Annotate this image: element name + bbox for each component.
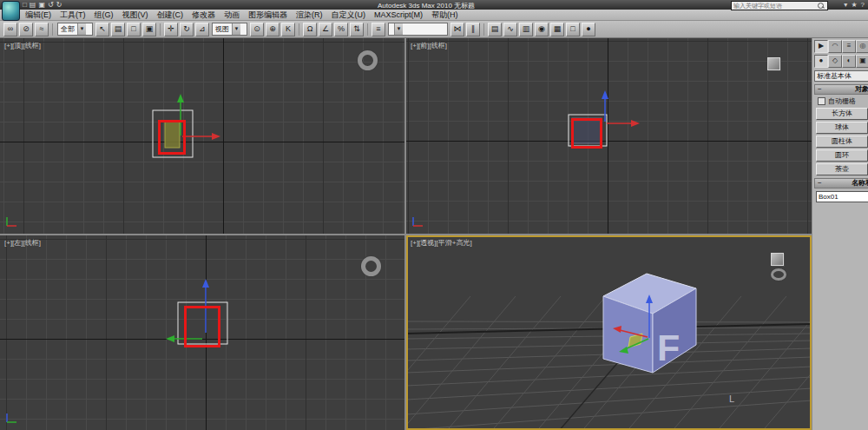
selection-filter-dropdown[interactable]: 全部 ▼ <box>57 23 93 36</box>
align-icon[interactable]: ∥ <box>466 23 480 36</box>
move-gizmo[interactable] <box>602 90 640 127</box>
menu-create[interactable]: 创建(C) <box>153 10 188 21</box>
menu-rendering[interactable]: 渲染(R) <box>292 10 327 21</box>
angle-snap-icon[interactable]: ∠ <box>319 23 332 36</box>
viewport-perspective[interactable]: F L [+][透视][平滑+高光] <box>406 235 812 430</box>
save-file-icon[interactable]: ▣ <box>38 1 45 9</box>
menu-views[interactable]: 视图(V) <box>118 10 153 21</box>
viewport-front[interactable]: [+][前][线框] <box>406 38 812 234</box>
tab-hierarchy[interactable]: ≡ <box>842 40 856 53</box>
menu-group[interactable]: 组(G) <box>90 10 118 21</box>
named-selection-sets-dropdown[interactable]: ▼ <box>388 23 448 36</box>
rollout-title: 名称和颜色 <box>852 179 868 187</box>
object-name-field[interactable] <box>816 191 868 202</box>
collapse-icon[interactable]: − <box>818 179 822 188</box>
dropdown-arrow-icon[interactable]: ▼ <box>77 23 86 35</box>
select-and-move-icon[interactable]: ✛ <box>164 23 178 36</box>
open-file-icon[interactable]: ▤ <box>30 1 36 9</box>
menu-modifiers[interactable]: 修改器 <box>187 10 220 21</box>
select-by-name-icon[interactable]: ▤ <box>111 23 125 36</box>
quick-render-icon[interactable]: ● <box>582 23 595 36</box>
bind-to-space-warp-icon[interactable]: ≈ <box>35 23 49 36</box>
category-geometry-icon[interactable]: ● <box>814 55 828 68</box>
rectangular-selection-region-icon[interactable]: □ <box>127 23 141 36</box>
menu-tools[interactable]: 工具(T) <box>56 10 90 21</box>
menu-customize[interactable]: 自定义(U) <box>327 10 371 21</box>
menu-help[interactable]: 帮助(H) <box>427 10 463 21</box>
viewport-watermark-letter: F <box>657 329 680 367</box>
autogrid-checkbox[interactable] <box>818 97 825 105</box>
viewport-overlay <box>406 38 812 234</box>
category-cameras-icon[interactable]: ▣ <box>856 55 868 68</box>
rollout-object-type[interactable]: − 对象类型 <box>814 84 868 95</box>
layer-manager-icon[interactable]: ▤ <box>488 23 502 36</box>
teapot-button[interactable]: 茶壶 <box>816 163 868 175</box>
viewport-top[interactable]: [+][顶][线框] <box>0 38 404 234</box>
viewport-label[interactable]: [+][左][线框] <box>4 238 41 248</box>
command-panel: ▶ ◠ ≡ ◎ ▦ ✦ ● ◇ ◐ ▣ ⊞ ≈ ✳ 标准基本体 ▼ − <box>812 38 868 430</box>
undo-icon[interactable]: ↺ <box>48 1 54 9</box>
viewport-label[interactable]: [+][前][线框] <box>411 41 447 50</box>
select-object-icon[interactable]: ↖ <box>95 23 109 36</box>
render-setup-icon[interactable]: ▦ <box>550 23 564 36</box>
select-and-manipulate-icon[interactable]: ⊕ <box>266 23 279 36</box>
world-axis-tripod-icon <box>410 214 425 229</box>
viewcube-icon[interactable] <box>771 253 784 266</box>
category-lights-icon[interactable]: ◐ <box>842 55 856 68</box>
select-and-rotate-icon[interactable]: ↻ <box>180 23 194 36</box>
keyboard-override-icon[interactable]: K <box>281 23 295 36</box>
tab-create[interactable]: ▶ <box>814 40 828 53</box>
menu-maxscript[interactable]: MAXScript(M) <box>370 10 427 19</box>
tab-modify[interactable]: ◠ <box>828 40 842 53</box>
viewport-left[interactable]: [+][左][线框] <box>0 235 404 430</box>
viewport-label[interactable]: [+][透视][平滑+高光] <box>411 238 472 248</box>
box-button[interactable]: 长方体 <box>816 108 868 120</box>
edit-named-selection-sets-icon[interactable]: ≡ <box>372 23 385 36</box>
toolbar-separator <box>160 23 161 36</box>
search-icon[interactable] <box>818 3 824 9</box>
rollout-name-and-color[interactable]: − 名称和颜色 <box>814 178 868 189</box>
rendered-frame-icon[interactable]: □ <box>566 23 580 36</box>
favorites-icon[interactable]: ★ <box>851 1 857 9</box>
viewcube-icon[interactable] <box>358 50 378 70</box>
percent-snap-icon[interactable]: % <box>334 23 348 36</box>
select-and-link-icon[interactable]: ∞ <box>3 23 17 36</box>
spinner-snap-icon[interactable]: ⇅ <box>350 23 364 36</box>
curve-editor-icon[interactable]: ∿ <box>503 23 517 36</box>
menu-animation[interactable]: 动画 <box>220 10 244 21</box>
material-editor-icon[interactable]: ◉ <box>535 23 549 36</box>
category-shapes-icon[interactable]: ◇ <box>828 55 842 68</box>
reference-coordinate-dropdown[interactable]: 视图 ▼ <box>212 23 247 36</box>
primitive-buttons: 长方体 圆锥体 球体 几何球体 圆柱体 管状体 圆环 四棱锥 茶壶 平面 <box>816 108 868 175</box>
search-input[interactable] <box>732 3 818 10</box>
select-and-scale-icon[interactable]: ⊿ <box>195 23 209 36</box>
cylinder-button[interactable]: 圆柱体 <box>816 136 868 148</box>
viewport-label[interactable]: [+][顶][线框] <box>4 41 41 50</box>
unlink-selection-icon[interactable]: ⊘ <box>19 23 33 36</box>
torus-button[interactable]: 圆环 <box>816 149 868 162</box>
autogrid-label: 自动栅格 <box>828 96 856 106</box>
menu-edit[interactable]: 编辑(E) <box>21 10 56 21</box>
mirror-icon[interactable]: ⋈ <box>450 23 464 36</box>
redo-icon[interactable]: ↻ <box>56 1 62 9</box>
menu-graph-editors[interactable]: 图形编辑器 <box>244 10 292 21</box>
collapse-icon[interactable]: − <box>818 85 822 94</box>
application-menu-logo-icon[interactable] <box>2 1 20 21</box>
use-pivot-center-icon[interactable]: ⊙ <box>250 23 264 36</box>
communication-center-icon[interactable]: ▾ <box>844 1 847 9</box>
toolbar-separator <box>367 23 368 36</box>
viewcube-icon[interactable] <box>767 57 780 70</box>
navigation-ring-icon[interactable] <box>771 268 786 281</box>
help-icon[interactable]: ? <box>861 1 865 9</box>
dropdown-arrow-icon[interactable]: ▼ <box>232 23 240 35</box>
viewcube-icon[interactable] <box>361 256 381 276</box>
snap-toggle-3d-icon[interactable]: Ω <box>303 23 317 36</box>
dropdown-arrow-icon[interactable]: ▼ <box>394 23 403 35</box>
geometry-category-dropdown[interactable]: 标准基本体 ▼ <box>814 70 868 82</box>
schematic-view-icon[interactable]: ▥ <box>519 23 533 36</box>
new-scene-icon[interactable]: □ <box>23 1 27 9</box>
sphere-button[interactable]: 球体 <box>816 122 868 134</box>
tab-motion[interactable]: ◎ <box>856 40 868 53</box>
infocenter-search <box>731 1 828 10</box>
window-crossing-icon[interactable]: ▣ <box>142 23 156 36</box>
